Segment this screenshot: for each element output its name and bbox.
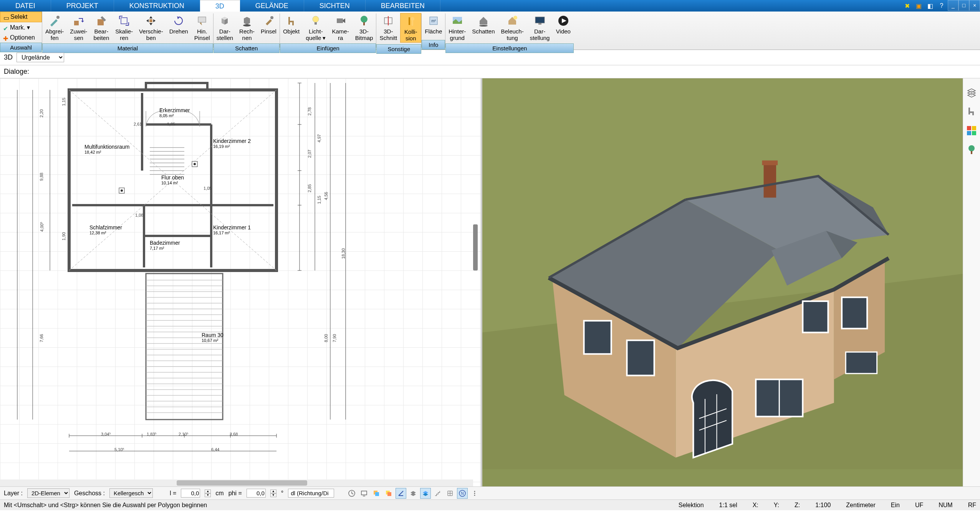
kollision-button[interactable]: Kolli- sion <box>400 13 421 43</box>
schatten-group-label: Schatten <box>214 43 280 53</box>
l-spinner[interactable]: ▲▼ <box>205 489 211 497</box>
dim-b4: 3,68 <box>230 432 238 436</box>
north-icon[interactable]: N <box>457 488 468 499</box>
side-tools <box>963 78 980 486</box>
clock-icon[interactable] <box>346 488 357 499</box>
splitter-handle[interactable] <box>473 224 478 270</box>
menu-gelaende[interactable]: GELÄNDE <box>240 0 304 12</box>
more-icon[interactable] <box>469 488 480 499</box>
l-input[interactable] <box>181 489 200 498</box>
plant-icon[interactable] <box>965 144 978 156</box>
svg-point-118 <box>968 145 975 151</box>
svg-rect-124 <box>375 492 379 496</box>
scrollbar-thumb[interactable] <box>177 480 307 486</box>
geschoss-select[interactable]: Kellergesch <box>109 488 153 498</box>
menu-konstruktion[interactable]: KONSTRUKTION <box>114 0 200 12</box>
video-button[interactable]: Video <box>553 13 574 42</box>
hinpinsel-button[interactable]: Hin. Pinsel <box>191 13 213 42</box>
svg-point-18 <box>411 17 414 21</box>
geschoss-label: Geschoss : <box>74 490 105 497</box>
cm-label: cm <box>215 490 223 497</box>
horizontal-scrollbar[interactable] <box>0 479 473 486</box>
maximize-button[interactable]: □ <box>958 0 969 11</box>
plus-icon: ✚ <box>3 35 8 40</box>
svg-rect-5 <box>198 17 206 22</box>
stairs-icon[interactable] <box>432 488 443 499</box>
dim-r3: 2,85 <box>307 184 312 192</box>
phi-spinner[interactable]: ▲▼ <box>270 489 276 497</box>
layers-icon[interactable] <box>965 86 978 98</box>
bearbeiten-button[interactable]: Bear- beiten <box>90 13 112 42</box>
flaeche-button[interactable]: m²Fläche <box>422 13 445 38</box>
pinsel-button[interactable]: Pinsel <box>258 13 280 42</box>
2d-view[interactable]: Erkerzimmer8,05 m² Multifunktionsraum18,… <box>0 78 482 486</box>
svg-point-50 <box>194 163 196 165</box>
cube-icon[interactable]: ◧ <box>926 2 934 10</box>
room-schlaf: Schlafzimmer12,38 m² <box>89 224 122 235</box>
monitor-icon[interactable] <box>359 488 369 499</box>
house-3d <box>482 78 963 469</box>
menu-sichten[interactable]: SICHTEN <box>304 0 366 12</box>
selekt-button[interactable]: ▭Selekt <box>0 12 42 22</box>
skalieren-button[interactable]: Skalie- ren <box>112 13 136 42</box>
menu-datei[interactable]: DATEI <box>0 0 51 12</box>
screen-icon[interactable]: ▣ <box>914 2 923 10</box>
svg-rect-9 <box>288 21 294 22</box>
zuweisen-button[interactable]: Zuwei- sen <box>67 13 90 42</box>
layers2-icon[interactable] <box>420 488 431 499</box>
menu-bearbeiten[interactable]: BEARBEITEN <box>366 0 440 12</box>
beleuchtung-button[interactable]: Beleuch- tung <box>498 13 527 42</box>
status-z: Z: <box>795 502 800 509</box>
abgreifen-button[interactable]: Abgrei- fen <box>42 13 67 42</box>
furniture-icon[interactable] <box>965 105 978 118</box>
grid-icon[interactable] <box>445 488 455 499</box>
brush-icon <box>262 14 276 28</box>
collision-icon <box>404 14 418 28</box>
close-button[interactable]: × <box>969 0 980 11</box>
3d-view[interactable] <box>482 78 963 486</box>
hintergrund-button[interactable]: Hinter- grund <box>445 13 469 42</box>
rotate-icon <box>172 14 185 28</box>
dim-w4: 1,05 <box>204 186 212 191</box>
layers-tool-icon[interactable] <box>408 488 419 499</box>
copy-icon[interactable] <box>371 488 382 499</box>
angle-icon[interactable] <box>396 488 406 499</box>
menu-projekt[interactable]: PROJEKT <box>51 0 114 12</box>
main-content: Erkerzimmer8,05 m² Multifunktionsraum18,… <box>0 78 980 486</box>
verschieben-button[interactable]: Verschie- ben <box>136 13 166 42</box>
help-icon[interactable]: ? <box>937 2 946 10</box>
dim-l1: 9,88 <box>39 173 44 181</box>
urgelaende-select[interactable]: Urgelände <box>17 53 64 62</box>
stack-icon[interactable] <box>383 488 394 499</box>
status-ein: Ein <box>891 502 900 509</box>
dl-input[interactable] <box>288 489 334 498</box>
mark-button[interactable]: ✔Mark. ▾ <box>0 22 42 33</box>
minimize-button[interactable]: _ <box>948 0 958 11</box>
ribbon: ▭Selekt ✔Mark. ▾ ✚Optionen Auswahl Abgre… <box>0 12 980 50</box>
objekt-button[interactable]: Objekt <box>280 13 303 42</box>
phi-input[interactable] <box>247 489 266 498</box>
bulb-icon <box>309 14 323 28</box>
darstellen-button[interactable]: Dar- stellen <box>214 13 236 42</box>
drehen-button[interactable]: Drehen <box>166 13 191 42</box>
rechnen-button[interactable]: Rech- nen <box>236 13 258 42</box>
lichtquelle-button[interactable]: Licht- quelle ▾ <box>303 13 329 42</box>
kamera-button[interactable]: Kame- ra <box>329 13 352 42</box>
dim-r4: 8,00 <box>324 334 328 342</box>
tools-icon[interactable]: ✖ <box>903 2 911 10</box>
shadow-house-icon <box>477 14 490 28</box>
optionen-button[interactable]: ✚Optionen <box>0 33 42 43</box>
3dschnitt-button[interactable]: 3D- Schnitt <box>376 13 400 43</box>
dim-b5: 5,10⁵ <box>114 447 124 452</box>
material-palette-icon[interactable] <box>965 124 978 137</box>
3dbitmap-button[interactable]: 3D- Bitmap <box>352 13 376 42</box>
menu-3d[interactable]: 3D <box>200 0 240 12</box>
schatten-btn[interactable]: Schatten <box>469 13 498 42</box>
darstellung-button[interactable]: Dar- stellung <box>527 13 553 42</box>
svg-rect-29 <box>146 83 207 90</box>
chair-icon <box>285 14 298 28</box>
cube-calc-icon <box>240 14 254 28</box>
svg-rect-12 <box>315 22 317 25</box>
lighting-icon <box>505 14 519 28</box>
layer-select[interactable]: 2D-Elemen <box>27 488 70 498</box>
